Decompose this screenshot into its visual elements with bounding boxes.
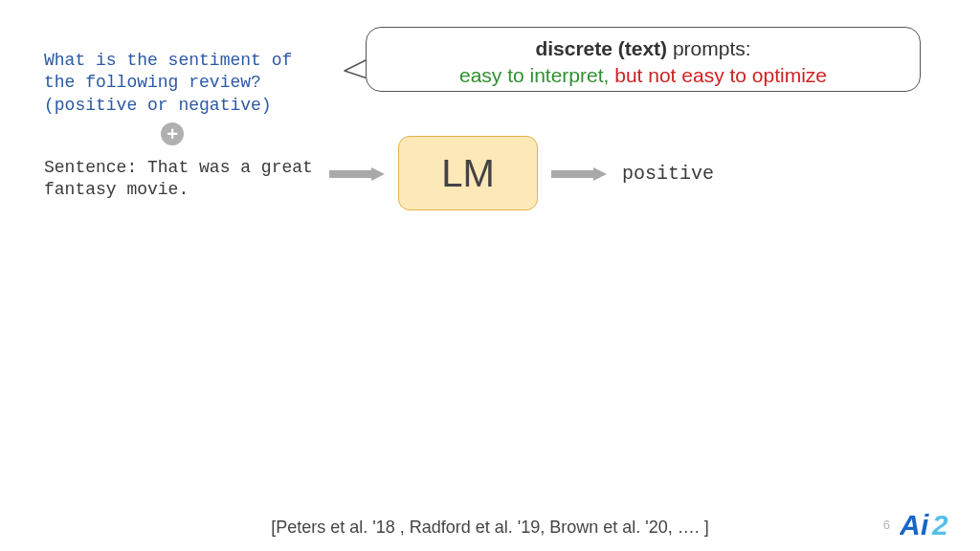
svg-marker-1 [371, 167, 385, 181]
svg-text:i: i [921, 509, 929, 540]
callout-red: but not easy to optimize [609, 64, 827, 86]
prompt-text: What is the sentiment of the following r… [44, 50, 322, 117]
sentence-text: Sentence: That was a great fantasy movie… [44, 157, 322, 202]
lm-box: LM [398, 136, 538, 210]
callout-box: discrete (text) prompts: easy to interpr… [366, 27, 921, 92]
lm-label: LM [441, 152, 495, 195]
callout-line-1: discrete (text) prompts: [384, 35, 902, 62]
plus-icon [161, 122, 184, 145]
ai2-logo: A i 2 [900, 509, 963, 541]
svg-marker-3 [593, 167, 607, 181]
svg-text:A: A [900, 509, 921, 540]
arrow-input [329, 167, 385, 181]
arrow-output [551, 167, 607, 181]
callout-rest1: prompts: [667, 37, 751, 59]
callout-green: easy to interpret, [459, 64, 609, 86]
callout-line-2: easy to interpret, but not easy to optim… [384, 62, 902, 89]
citation: [Peters et al. '18 , Radford et al. '19,… [0, 518, 980, 538]
svg-text:2: 2 [931, 509, 948, 540]
output-text: positive [622, 163, 714, 185]
callout-bold: discrete (text) [535, 37, 667, 59]
page-number: 6 [883, 518, 890, 532]
